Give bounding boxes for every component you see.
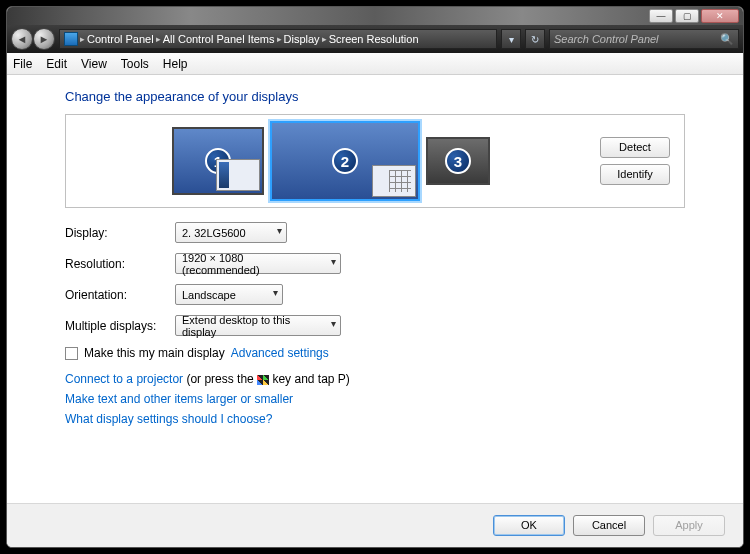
main-display-checkbox[interactable] <box>65 347 78 360</box>
history-dropdown[interactable]: ▾ <box>501 29 521 49</box>
identify-button[interactable]: Identify <box>600 164 670 185</box>
monitor-1[interactable]: 1 <box>172 127 264 195</box>
nav-forward-button[interactable]: ► <box>33 28 55 50</box>
menu-file[interactable]: File <box>13 57 32 71</box>
breadcrumb-item[interactable]: Display <box>284 33 320 45</box>
monitor-thumbnail <box>216 159 260 191</box>
breadcrumb-item[interactable]: All Control Panel Items <box>163 33 275 45</box>
projector-hint: (or press the <box>183 372 257 386</box>
resolution-label: Resolution: <box>65 257 175 271</box>
breadcrumb-separator: ▸ <box>80 34 85 44</box>
menu-edit[interactable]: Edit <box>46 57 67 71</box>
multiple-displays-label: Multiple displays: <box>65 319 175 333</box>
refresh-button[interactable]: ↻ <box>525 29 545 49</box>
breadcrumb-separator: ▸ <box>277 34 282 44</box>
projector-hint-2: key and tap P) <box>269 372 350 386</box>
monitor-thumbnail <box>372 165 416 197</box>
monitor-number: 2 <box>332 148 358 174</box>
cancel-button[interactable]: Cancel <box>573 515 645 536</box>
nav-back-button[interactable]: ◄ <box>11 28 33 50</box>
detect-button[interactable]: Detect <box>600 137 670 158</box>
breadcrumb-item[interactable]: Control Panel <box>87 33 154 45</box>
orientation-dropdown[interactable]: Landscape <box>175 284 283 305</box>
orientation-label: Orientation: <box>65 288 175 302</box>
menu-view[interactable]: View <box>81 57 107 71</box>
displays-preview-box: 1 2 3 Detect Identify <box>65 114 685 208</box>
nav-toolbar: ◄ ► ▸ Control Panel ▸ All Control Panel … <box>7 25 743 53</box>
ok-button[interactable]: OK <box>493 515 565 536</box>
minimize-button[interactable]: — <box>649 9 673 23</box>
windows-key-icon <box>257 375 269 385</box>
maximize-button[interactable]: ▢ <box>675 9 699 23</box>
display-dropdown[interactable]: 2. 32LG5600 <box>175 222 287 243</box>
close-button[interactable]: ✕ <box>701 9 739 23</box>
titlebar: — ▢ ✕ <box>7 7 743 25</box>
main-display-checkbox-label: Make this my main display <box>84 346 225 360</box>
breadcrumb[interactable]: ▸ Control Panel ▸ All Control Panel Item… <box>59 29 497 49</box>
search-icon: 🔍 <box>720 33 734 46</box>
breadcrumb-separator: ▸ <box>156 34 161 44</box>
control-panel-icon <box>64 32 78 46</box>
advanced-settings-link[interactable]: Advanced settings <box>231 346 329 360</box>
monitor-2[interactable]: 2 <box>270 121 420 201</box>
apply-button[interactable]: Apply <box>653 515 725 536</box>
dialog-footer: OK Cancel Apply <box>7 503 743 547</box>
menu-tools[interactable]: Tools <box>121 57 149 71</box>
connect-projector-link[interactable]: Connect to a projector <box>65 372 183 386</box>
menu-help[interactable]: Help <box>163 57 188 71</box>
display-help-link[interactable]: What display settings should I choose? <box>65 412 272 426</box>
breadcrumb-separator: ▸ <box>322 34 327 44</box>
content-area: Change the appearance of your displays 1… <box>7 75 743 503</box>
search-placeholder: Search Control Panel <box>554 33 659 45</box>
resolution-dropdown[interactable]: 1920 × 1080 (recommended) <box>175 253 341 274</box>
window: — ▢ ✕ ◄ ► ▸ Control Panel ▸ All Control … <box>6 6 744 548</box>
displays-area[interactable]: 1 2 3 <box>80 125 582 197</box>
multiple-displays-dropdown[interactable]: Extend desktop to this display <box>175 315 341 336</box>
monitor-3[interactable]: 3 <box>426 137 490 185</box>
menubar: File Edit View Tools Help <box>7 53 743 75</box>
display-label: Display: <box>65 226 175 240</box>
search-input[interactable]: Search Control Panel 🔍 <box>549 29 739 49</box>
breadcrumb-item[interactable]: Screen Resolution <box>329 33 419 45</box>
text-size-link[interactable]: Make text and other items larger or smal… <box>65 392 293 406</box>
page-heading: Change the appearance of your displays <box>65 89 685 104</box>
monitor-number: 3 <box>445 148 471 174</box>
